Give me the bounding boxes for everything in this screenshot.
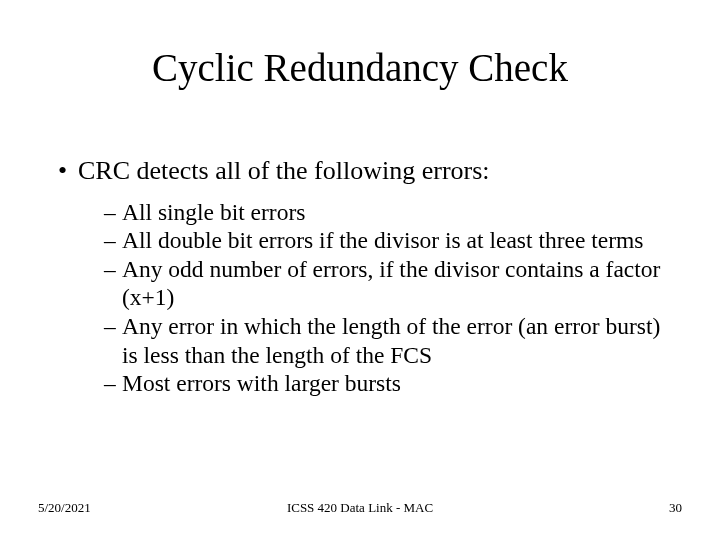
sub-bullet-group: –All single bit errors –All double bit e… bbox=[104, 198, 670, 399]
sub-bullet: –All double bit errors if the divisor is… bbox=[104, 226, 670, 255]
sub-bullet: –Any error in which the length of the er… bbox=[104, 312, 670, 369]
sub-bullet: –Most errors with larger bursts bbox=[104, 369, 670, 398]
sub-bullet-text: Most errors with larger bursts bbox=[122, 370, 401, 396]
dash-marker: – bbox=[104, 226, 122, 255]
sub-bullet: –All single bit errors bbox=[104, 198, 670, 227]
sub-bullet-text: All double bit errors if the divisor is … bbox=[122, 227, 643, 253]
bullet-level1: •CRC detects all of the following errors… bbox=[58, 155, 670, 188]
bullet-text: CRC detects all of the following errors: bbox=[78, 156, 490, 185]
bullet-marker: • bbox=[58, 155, 78, 188]
sub-bullet-text: All single bit errors bbox=[122, 199, 305, 225]
slide-body: •CRC detects all of the following errors… bbox=[58, 155, 670, 398]
dash-marker: – bbox=[104, 369, 122, 398]
footer-center: ICSS 420 Data Link - MAC bbox=[0, 500, 720, 516]
sub-bullet-text: Any odd number of errors, if the divisor… bbox=[122, 256, 660, 311]
sub-bullet: –Any odd number of errors, if the diviso… bbox=[104, 255, 670, 312]
slide: Cyclic Redundancy Check •CRC detects all… bbox=[0, 0, 720, 540]
slide-title: Cyclic Redundancy Check bbox=[0, 45, 720, 90]
footer-page-number: 30 bbox=[669, 500, 682, 516]
sub-bullet-text: Any error in which the length of the err… bbox=[122, 313, 660, 368]
dash-marker: – bbox=[104, 255, 122, 284]
dash-marker: – bbox=[104, 198, 122, 227]
dash-marker: – bbox=[104, 312, 122, 341]
